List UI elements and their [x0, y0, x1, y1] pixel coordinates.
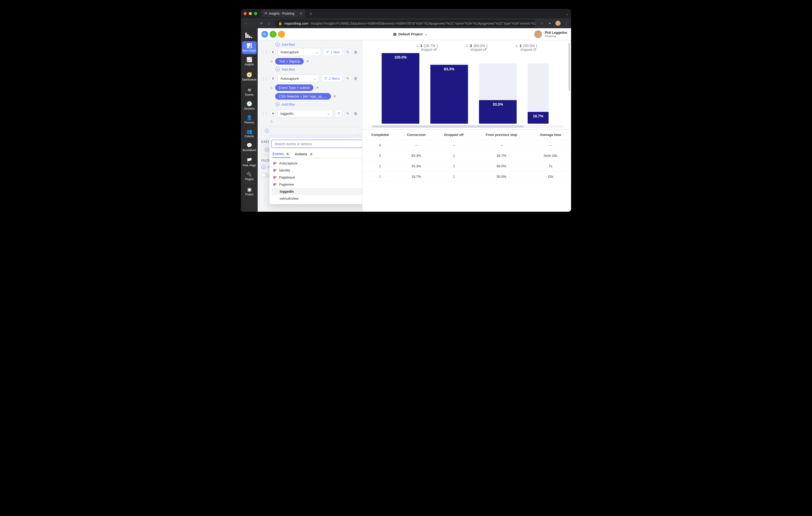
cell-completed[interactable]: 6 — [362, 140, 398, 151]
cell-completed[interactable]: 5 — [362, 151, 398, 161]
star-icon[interactable]: ☆ — [540, 22, 544, 25]
minimize-window-icon[interactable] — [249, 12, 252, 15]
event-select[interactable]: Autocapture ⌄ — [278, 74, 319, 82]
filter-tag[interactable]: CSS Selector = [id="sign_up_… — [275, 93, 331, 99]
horizontal-scrollbar[interactable] — [370, 125, 564, 128]
lock-icon: 🔒 — [278, 22, 282, 25]
filter-button[interactable] — [335, 110, 343, 117]
maximize-window-icon[interactable] — [254, 12, 257, 15]
cell-dropped[interactable]: 1 — [435, 172, 473, 182]
plus-circle-icon: + — [276, 42, 280, 47]
search-input[interactable] — [271, 140, 362, 148]
extensions-icon[interactable]: ✦ — [548, 22, 552, 25]
remove-tag-icon[interactable]: ✕ — [316, 86, 319, 90]
chevron-down-icon: ⌄ — [315, 50, 318, 54]
funnel-chart: ↘1 (16.7% )dropped off↘3 (60.0% )dropped… — [362, 40, 571, 130]
filter-count-button[interactable]: 1 filter — [323, 48, 343, 56]
cell-avg: 15s — [530, 172, 571, 182]
sidebar-item-events[interactable]: ≋Events — [242, 86, 257, 98]
add-filter-step2[interactable]: + Add filter — [276, 67, 358, 71]
cell-completed[interactable]: 1 — [362, 172, 398, 182]
toggle-switch[interactable] — [261, 173, 270, 178]
status-ok-icon[interactable]: ✓ — [270, 31, 277, 38]
filter-tag[interactable]: Event Type = submit — [275, 85, 313, 91]
cell-completed[interactable]: 2 — [362, 161, 398, 172]
svg-rect-2 — [249, 36, 250, 38]
drag-handle-icon[interactable]: ⋮⋮ — [261, 112, 268, 116]
sidebar-item-annotations[interactable]: 💬Annotations — [242, 141, 257, 154]
event-option[interactable]: setAuthView — [271, 195, 362, 202]
tabs-overflow-icon[interactable]: ⌄ — [566, 12, 569, 16]
back-button[interactable]: ← — [243, 22, 248, 25]
topbar: ✓ ︿ ▤ Default Project ⌄ Phil Leggetter P… — [258, 28, 571, 40]
vertical-scrollbar[interactable] — [568, 40, 571, 212]
close-window-icon[interactable] — [243, 12, 247, 15]
people-icon: 👥 — [246, 129, 252, 134]
posthog-logo-icon[interactable] — [244, 30, 255, 40]
address-bar[interactable]: 🔒 myposthog.com/insights?insight=FUNNELS… — [275, 20, 536, 27]
funnel-bar[interactable]: 16.7% — [528, 53, 549, 124]
event-option[interactable]: Pageleave — [271, 174, 362, 181]
kebab-menu-icon[interactable]: ⋮ — [564, 22, 569, 25]
funnel-bar[interactable]: 100.0% — [382, 53, 419, 124]
user-menu[interactable]: Phil Leggetter PostHog — [534, 30, 568, 38]
add-funnel-step[interactable]: + — [261, 126, 358, 135]
sidebar-item-new-insight[interactable]: 📊 New Insight — [242, 41, 257, 54]
sidebar-item-plugins[interactable]: 🔌Plugins — [242, 170, 257, 183]
browser-tab[interactable]: Insights · PostHog ✕ — [261, 10, 305, 18]
sidebar-item-sessions[interactable]: 🕘Sessions — [242, 99, 257, 112]
remove-tag-icon[interactable]: ✕ — [306, 59, 309, 63]
project-switcher[interactable]: ▤ Default Project ⌄ — [286, 32, 534, 36]
funnel-bar[interactable]: 33.3% — [479, 53, 517, 124]
browser-window: Insights · PostHog ✕ ＋ ⌄ ← → ⟳ ⌂ 🔒 mypos… — [241, 9, 571, 212]
cell-dropped[interactable]: 3 — [435, 161, 473, 172]
event-select[interactable]: Autocapture ⌄ — [278, 48, 321, 56]
window-controls — [243, 12, 257, 15]
dropoff-stat: ↘1 (50.0% )dropped off — [515, 43, 554, 52]
edit-icon[interactable]: ✎ — [345, 50, 351, 54]
filter-count-button[interactable]: 2 filters — [321, 74, 343, 82]
delete-icon[interactable]: 🗑 — [353, 50, 358, 54]
drag-handle-icon[interactable]: ⋮⋮ — [261, 77, 268, 81]
cell-conversion: – — [398, 140, 435, 151]
sidebar-item-insights[interactable]: 📈Insights — [242, 55, 257, 68]
popover-tabs: Events 6 Actions 2 — [272, 150, 362, 158]
cell-dropped[interactable]: 1 — [435, 151, 473, 161]
drag-handle-icon[interactable]: ⋮⋮ — [261, 50, 268, 54]
reload-button[interactable]: ⟳ — [259, 22, 263, 25]
event-option[interactable]: loggedIn — [271, 188, 362, 195]
collapse-button[interactable]: ︿ — [278, 31, 285, 38]
clock-icon: 🕘 — [246, 101, 252, 106]
add-filter-step3[interactable]: + Add filter — [276, 102, 358, 107]
profile-avatar-icon[interactable] — [555, 21, 560, 26]
chrome-tabbar: Insights · PostHog ✕ ＋ ⌄ — [241, 9, 571, 18]
folder-icon: ▣ — [247, 187, 252, 192]
tab-events[interactable]: Events 6 — [272, 150, 290, 158]
sidebar-item-project[interactable]: ▣Project — [242, 185, 257, 198]
funnel-bar[interactable]: 83.3% — [430, 53, 468, 124]
edit-icon[interactable]: ✎ — [345, 77, 351, 81]
filter-tag[interactable]: Text = SignUp — [275, 58, 304, 65]
sidebar-item-feature-flags[interactable]: 🏳️Feat. Flags — [242, 156, 257, 169]
sidebar-item-label: Sessions — [244, 107, 255, 110]
edit-icon[interactable]: ✎ — [345, 112, 351, 116]
sidebar-item-dashboards[interactable]: 🧭Dashboards — [242, 70, 257, 83]
remove-tag-icon[interactable]: ✕ — [334, 94, 337, 98]
sidebar-item-persons[interactable]: 👤Persons — [242, 113, 257, 126]
sidebar-item-cohorts[interactable]: 👥Cohorts — [242, 127, 257, 140]
search-button[interactable] — [261, 31, 268, 38]
event-option[interactable]: Pageview — [271, 181, 362, 188]
new-tab-button[interactable]: ＋ — [309, 10, 313, 17]
home-button[interactable]: ⌂ — [267, 22, 271, 25]
event-select[interactable]: loggedIn ⌄ — [278, 110, 333, 117]
close-tab-icon[interactable]: ✕ — [299, 12, 302, 16]
cell-prev: 60.0% — [473, 161, 530, 172]
add-filter-step1[interactable]: + Add filter — [276, 42, 358, 47]
delete-icon[interactable]: 🗑 — [353, 77, 358, 81]
event-option[interactable]: Autocapture — [271, 160, 362, 167]
org-name: PostHog — [545, 34, 568, 38]
tab-actions[interactable]: Actions 2 — [295, 150, 314, 158]
delete-icon[interactable]: 🗑 — [353, 112, 358, 116]
flag-icon: 🏳️ — [246, 158, 252, 163]
event-option[interactable]: Identify — [271, 167, 362, 174]
